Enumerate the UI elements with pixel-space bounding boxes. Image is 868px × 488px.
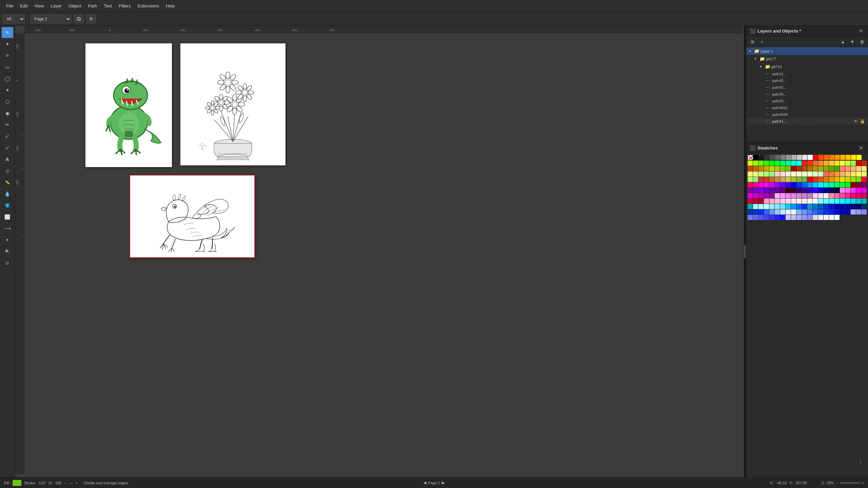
- swatch-12[interactable]: [818, 155, 824, 160]
- swatch-83[interactable]: [851, 171, 856, 177]
- swatch-155[interactable]: [764, 193, 769, 198]
- swatch-169[interactable]: [840, 193, 845, 198]
- swatch-175[interactable]: [753, 199, 758, 204]
- swatch-20[interactable]: [748, 161, 753, 166]
- swatch-96[interactable]: [802, 177, 807, 182]
- swatch-24[interactable]: [769, 161, 774, 166]
- swatch-92[interactable]: [780, 177, 785, 182]
- search-tool[interactable]: 🔍: [2, 246, 13, 257]
- swatch-167[interactable]: [829, 193, 834, 198]
- swatch-184[interactable]: [802, 199, 807, 204]
- swatch-25[interactable]: [775, 161, 780, 166]
- swatch-161[interactable]: [796, 193, 802, 198]
- swatch-29[interactable]: [796, 161, 802, 166]
- swatch-139[interactable]: [796, 188, 802, 193]
- swatch-138[interactable]: [791, 188, 796, 193]
- swatch-165[interactable]: [818, 193, 823, 198]
- swatch-204[interactable]: [791, 204, 796, 209]
- swatch-234[interactable]: [834, 209, 840, 215]
- swatch-181[interactable]: [786, 199, 791, 204]
- swatch-252[interactable]: [813, 215, 818, 220]
- swatch-189[interactable]: [829, 199, 834, 204]
- swatch-212[interactable]: [834, 204, 840, 209]
- swatch-72[interactable]: [791, 171, 796, 177]
- layer-item-g4177[interactable]: ▼ 📁 g4177: [746, 55, 868, 63]
- swatch-197[interactable]: [753, 204, 758, 209]
- swatch-182[interactable]: [791, 199, 796, 204]
- swatch-255[interactable]: [829, 215, 834, 220]
- g4715-toggle-icon[interactable]: ▼: [759, 65, 764, 68]
- swatch-152[interactable]: [748, 193, 753, 198]
- swatch-166[interactable]: [824, 193, 829, 198]
- swatch-207[interactable]: [807, 204, 812, 209]
- swatch-53[interactable]: [807, 166, 812, 171]
- swatch-203[interactable]: [786, 204, 791, 209]
- swatch-210[interactable]: [824, 204, 829, 209]
- swatch-219[interactable]: [753, 209, 758, 215]
- swatch-174[interactable]: [748, 199, 753, 204]
- swatch-39[interactable]: [851, 161, 856, 166]
- swatch-78[interactable]: [824, 171, 829, 177]
- swatch-30[interactable]: [802, 161, 807, 166]
- swatch-65[interactable]: [753, 171, 758, 177]
- swatch-226[interactable]: [791, 209, 796, 215]
- swatch-109[interactable]: [753, 182, 758, 187]
- layer-item-layer1[interactable]: ▼ 📁 Layer 1: [746, 47, 868, 55]
- swatch-243[interactable]: [764, 215, 769, 220]
- swatch-35[interactable]: [829, 161, 834, 166]
- swatch-160[interactable]: [791, 193, 796, 198]
- swatch-205[interactable]: [796, 204, 802, 209]
- swatch-none[interactable]: [748, 155, 753, 160]
- swatch-86[interactable]: [748, 177, 753, 182]
- swatch-201[interactable]: [775, 204, 780, 209]
- swatch-228[interactable]: [802, 209, 807, 215]
- swatch-115[interactable]: [786, 182, 791, 187]
- swatch-183[interactable]: [796, 199, 802, 204]
- swatch-247[interactable]: [786, 215, 791, 220]
- swatch-162[interactable]: [802, 193, 807, 198]
- swatch-232[interactable]: [824, 209, 829, 215]
- swatch-215[interactable]: [851, 204, 856, 209]
- swatch-99[interactable]: [818, 177, 823, 182]
- swatch-191[interactable]: [840, 199, 845, 204]
- opacity-minus[interactable]: −: [64, 481, 66, 485]
- add-layer-btn[interactable]: +: [758, 38, 766, 45]
- swatch-242[interactable]: [758, 215, 764, 220]
- swatch-130[interactable]: [748, 188, 753, 193]
- swatches-close-btn[interactable]: ✕: [857, 145, 865, 151]
- swatch-71[interactable]: [786, 171, 791, 177]
- swatch-51[interactable]: [796, 166, 802, 171]
- move-down-btn[interactable]: ▼: [848, 38, 856, 45]
- swatch-27[interactable]: [786, 161, 791, 166]
- swatch-16[interactable]: [840, 155, 845, 160]
- star-tool[interactable]: ✶: [2, 85, 13, 96]
- swatch-55[interactable]: [818, 166, 823, 171]
- swatch-84[interactable]: [856, 171, 861, 177]
- swatch-21[interactable]: [753, 161, 758, 166]
- swatch-178[interactable]: [769, 199, 774, 204]
- swatch-123[interactable]: [829, 182, 834, 187]
- swatch-135[interactable]: [775, 188, 780, 193]
- zoom-slider[interactable]: [840, 482, 860, 484]
- swatch-149[interactable]: [851, 188, 856, 193]
- swatch-10[interactable]: [808, 155, 813, 160]
- layer-item-path4559[interactable]: ⋯ path4559: [746, 111, 868, 118]
- swatch-150[interactable]: [856, 188, 861, 193]
- swatch-158[interactable]: [780, 193, 785, 198]
- spray-tool[interactable]: ⁕: [2, 235, 13, 245]
- swatch-112[interactable]: [769, 182, 774, 187]
- swatch-52[interactable]: [802, 166, 807, 171]
- swatch-58[interactable]: [834, 166, 840, 171]
- swatch-110[interactable]: [758, 182, 764, 187]
- swatch-202[interactable]: [780, 204, 785, 209]
- swatch-56[interactable]: [824, 166, 829, 171]
- swatch-159[interactable]: [786, 193, 791, 198]
- swatch-142[interactable]: [813, 188, 818, 193]
- swatch-128[interactable]: [856, 182, 861, 187]
- swatch-256[interactable]: [834, 215, 840, 220]
- swatch-33[interactable]: [818, 161, 823, 166]
- menu-file[interactable]: File: [3, 2, 17, 10]
- swatch-208[interactable]: [813, 204, 818, 209]
- swatch-101[interactable]: [829, 177, 834, 182]
- swatch-185[interactable]: [807, 199, 812, 204]
